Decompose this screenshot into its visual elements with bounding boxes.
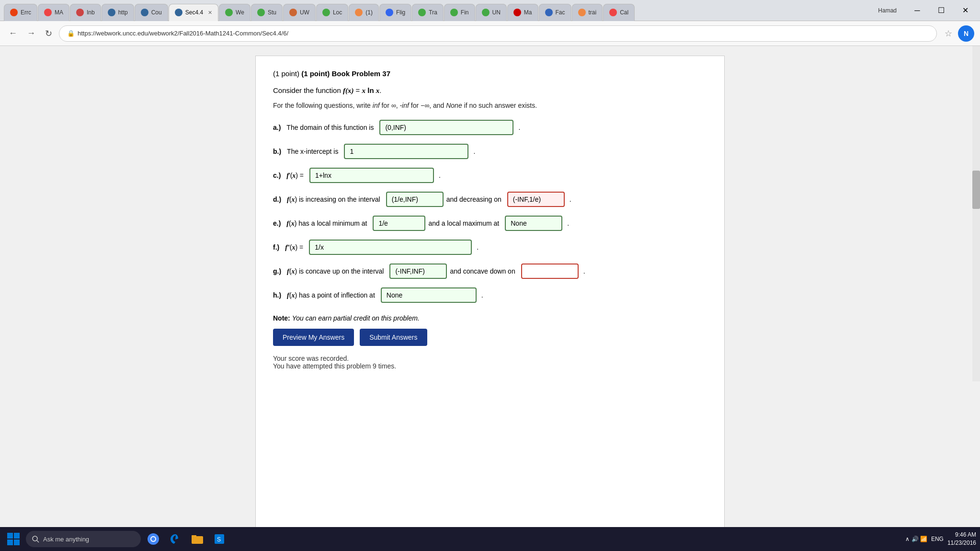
tab-ma2[interactable]: Ma (507, 4, 538, 21)
question-b-row: b.) The x-intercept is . (273, 144, 707, 159)
answer-g1-input[interactable] (389, 264, 447, 279)
refresh-button[interactable]: ↻ (42, 26, 55, 41)
address-bar: ← → ↻ 🔒 https://webwork.uncc.edu/webwork… (0, 21, 980, 46)
period-h: . (481, 291, 483, 299)
answer-c-input[interactable] (309, 168, 434, 183)
tab-label-flig: Flig (396, 9, 405, 16)
preview-answers-button[interactable]: Preview My Answers (273, 329, 354, 346)
answer-g2-input[interactable] (521, 264, 579, 279)
tab-flig[interactable]: Flig (379, 4, 411, 21)
tab-fin[interactable]: Fin (444, 4, 475, 21)
user-name: Hamad (874, 7, 900, 14)
tab-fac[interactable]: Fac (539, 4, 571, 21)
tab-uw[interactable]: UW (283, 4, 316, 21)
language-label: ENG (931, 536, 944, 542)
question-d-label: d.) (273, 195, 281, 203)
tab-icon-cal (609, 9, 617, 16)
tab-one[interactable]: (1) (349, 4, 379, 21)
svg-rect-2 (7, 540, 13, 545)
tab-icon-tra (418, 9, 426, 16)
tab-label-trai: trai (589, 9, 597, 16)
tab-loc[interactable]: Loc (316, 4, 348, 21)
submit-answers-button[interactable]: Submit Answers (360, 329, 427, 346)
browser-frame: Errc MA Inb http Cou Sec4.4 ✕ (0, 0, 980, 551)
tab-label-stu: Stu (268, 9, 276, 16)
tab-error[interactable]: Errc (4, 4, 37, 21)
tab-trai[interactable]: trai (572, 4, 603, 21)
answer-b-input[interactable] (344, 144, 468, 159)
question-d-row: d.) f(x) is increasing on the interval a… (273, 192, 707, 207)
start-button[interactable] (4, 528, 23, 550)
question-a-row: a.) The domain of this function is . (273, 120, 707, 135)
question-f-text: f″(x) = (285, 243, 303, 252)
tab-close-active[interactable]: ✕ (208, 10, 212, 16)
chrome-icon (147, 532, 160, 546)
tab-icon-active (175, 9, 182, 16)
date: 11/23/2016 (947, 539, 976, 547)
tab-un[interactable]: UN (476, 4, 507, 21)
answer-a-input[interactable] (379, 120, 513, 135)
tab-inbox[interactable]: Inb (70, 4, 101, 21)
answer-d2-input[interactable] (507, 192, 565, 207)
question-e-row: e.) f(x) has a local minimum at and a lo… (273, 216, 707, 231)
taskbar-edge[interactable] (166, 528, 185, 550)
button-row: Preview My Answers Submit Answers (273, 329, 707, 346)
question-e-text: f(x) has a local minimum at (286, 219, 367, 228)
taskbar-folder[interactable] (188, 528, 207, 550)
question-g-text: f(x) is concave up on the interval (287, 267, 384, 276)
tab-group: Errc MA Inb http Cou Sec4.4 ✕ (4, 0, 872, 21)
url-bar[interactable]: 🔒 https://webwork.uncc.edu/webwork2/Fall… (59, 25, 937, 42)
tab-label-tra: Tra (429, 9, 437, 16)
question-c-label: c.) (273, 172, 281, 179)
maximize-button[interactable]: ☐ (930, 3, 952, 18)
tab-ma[interactable]: MA (38, 4, 69, 21)
tab-label-cal: Cal (620, 9, 628, 16)
question-h-row: h.) f(x) has a point of inflection at . (273, 287, 707, 303)
tab-icon-cou (141, 9, 148, 16)
tab-we[interactable]: We (219, 4, 251, 21)
function-formula-2: (x) (345, 87, 354, 94)
answer-f-input[interactable] (309, 240, 472, 255)
back-button[interactable]: ← (6, 26, 20, 40)
tab-tra[interactable]: Tra (412, 4, 444, 21)
period-c: . (439, 172, 441, 179)
answer-d1-input[interactable] (386, 192, 444, 207)
taskbar-chrome[interactable] (144, 528, 163, 550)
note-label: Note: (273, 314, 290, 322)
problem-title: (1 point) (1 point) Book Problem 37 (273, 69, 707, 78)
answer-e1-input[interactable] (373, 216, 425, 231)
scroll-thumb[interactable] (972, 171, 980, 209)
close-button[interactable]: ✕ (954, 3, 976, 18)
bookmark-icon[interactable]: ☆ (945, 28, 952, 39)
scrollbar[interactable] (972, 46, 980, 381)
instructions-text: For the following questions, write inf f… (273, 102, 707, 109)
time: 9:46 AM (947, 531, 976, 539)
tab-http[interactable]: http (102, 4, 134, 21)
svg-line-5 (37, 540, 39, 542)
tab-cou[interactable]: Cou (135, 4, 168, 21)
tab-icon-fac (545, 9, 553, 16)
function-description: Consider the function f(x) = x ln x. (273, 86, 707, 95)
tab-label-ma2: Ma (524, 9, 532, 16)
minimize-button[interactable]: ─ (906, 3, 928, 18)
svg-rect-9 (192, 536, 203, 544)
tab-icon-uw (289, 9, 297, 16)
answer-h-input[interactable] (381, 287, 477, 303)
taskbar-search[interactable]: Ask me anything (26, 531, 141, 547)
tab-cal[interactable]: Cal (603, 4, 635, 21)
tab-active[interactable]: Sec4.4 ✕ (169, 4, 218, 21)
forward-button[interactable]: → (24, 26, 38, 40)
question-f-row: f.) f″(x) = . (273, 240, 707, 255)
tab-label-error: Errc (21, 9, 31, 16)
tab-stu[interactable]: Stu (251, 4, 283, 21)
profile-button[interactable]: N (958, 25, 974, 42)
note-text: You can earn partial credit on this prob… (292, 314, 420, 322)
tab-label-fin: Fin (461, 9, 469, 16)
question-g-mid: and concave down on (450, 267, 515, 275)
url-text: https://webwork.uncc.edu/webwork2/Fall20… (78, 30, 929, 37)
answer-e2-input[interactable] (505, 216, 562, 231)
period-d: . (570, 195, 571, 203)
svg-rect-3 (14, 540, 20, 545)
period-f: . (477, 243, 479, 251)
taskbar-store[interactable]: S (210, 528, 229, 550)
